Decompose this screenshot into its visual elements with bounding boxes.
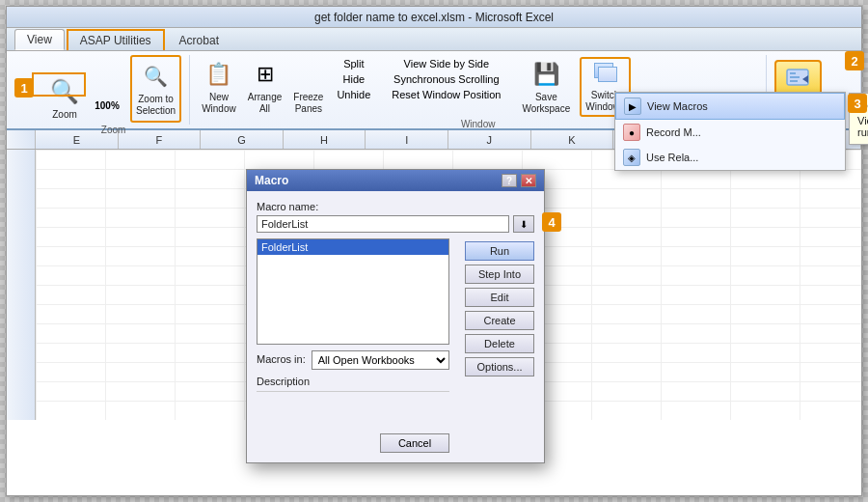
macro-name-collapse-button[interactable]: ⬇ [513, 215, 534, 233]
col-header-f: F [119, 130, 202, 149]
svg-rect-1 [790, 72, 796, 74]
hide-button[interactable]: Hide [333, 72, 374, 86]
col-header-g: G [201, 130, 284, 149]
save-workspace-button[interactable]: 💾 SaveWorkspace [518, 57, 574, 117]
macros-dropdown: ▶ View Macros 3 ● Record M... ◈ Use Rela… [614, 92, 846, 171]
arrange-all-button[interactable]: ⊞ ArrangeAll [244, 57, 286, 117]
run-button[interactable]: Run [465, 241, 534, 261]
save-workspace-icon: 💾 [530, 59, 561, 90]
macro-action-buttons: Run Step Into Edit Create Delete Options… [465, 241, 534, 376]
zoom-100-icon: 100% [92, 90, 122, 121]
cancel-row: Cancel [257, 430, 449, 453]
title-bar: get folder name to excel.xlsm - Microsof… [7, 7, 861, 28]
macro-name-input[interactable] [257, 215, 509, 233]
step-into-button[interactable]: Step Into [465, 265, 534, 284]
tab-acrobat[interactable]: Acrobat [167, 30, 231, 50]
view-macros-icon: ▶ [624, 98, 641, 115]
cancel-button[interactable]: Cancel [380, 433, 449, 453]
zoom-100-button[interactable]: 100% [88, 88, 126, 123]
arrange-all-icon: ⊞ [250, 59, 281, 90]
description-label: Description [257, 376, 534, 387]
freeze-panes-label: FreezePanes [293, 92, 323, 115]
macro-list-item-folderlist[interactable]: FolderList [258, 239, 448, 255]
macro-name-row: ⬇ [257, 215, 534, 233]
zoom-selection-icon: 🔍 [141, 61, 172, 92]
dialog-help-button[interactable]: ? [502, 174, 517, 187]
reset-window-label: Reset Window Position [392, 89, 501, 100]
dialog-body: Macro name: ⬇ Run Step Into Edit Create … [247, 191, 544, 462]
window-group-label: Window [461, 119, 496, 129]
save-workspace-label: SaveWorkspace [522, 92, 570, 115]
use-relative-label: Use Rela... [646, 152, 837, 163]
view-side-by-side-button[interactable]: View Side by Side [388, 57, 504, 70]
view-macros-item[interactable]: ▶ View Macros 3 [615, 93, 845, 120]
row-headers [7, 150, 36, 420]
col-header-h: H [284, 130, 366, 149]
svg-rect-2 [790, 76, 800, 78]
create-button[interactable]: Create [465, 311, 534, 330]
col-header-j: J [448, 130, 531, 149]
unhide-button[interactable]: Unhide [333, 88, 374, 101]
tab-asap-label: ASAP Utilities [80, 34, 151, 47]
options-button[interactable]: Options... [465, 357, 534, 376]
row-header-corner [7, 130, 36, 149]
use-relative-icon: ◈ [623, 149, 640, 166]
switch-windows-icon [592, 61, 619, 88]
zoom-selection-label: Zoom toSelection [136, 94, 176, 117]
zoom-label: Zoom [52, 109, 77, 121]
zoom-icon: 🔍 [49, 76, 80, 107]
tab-asap-utilities[interactable]: ASAP Utilities [67, 29, 165, 50]
edit-button[interactable]: Edit [465, 288, 534, 307]
hide-label: Hide [343, 73, 366, 85]
window-title: get folder name to excel.xlsm - Microsof… [314, 11, 554, 24]
view-side-label: View Side by Side [404, 58, 489, 70]
record-macro-item[interactable]: ● Record M... [615, 120, 845, 145]
sync-scroll-label: Synchronous Scrolling [393, 73, 499, 85]
unhide-label: Unhide [337, 89, 370, 100]
record-macro-label: Record M... [646, 126, 837, 138]
use-relative-item[interactable]: ◈ Use Rela... [615, 145, 845, 170]
macro-list[interactable]: FolderList [257, 238, 449, 345]
zoom-group-items: 🔍 Zoom 100% 🔍 Zoom toSelection [45, 55, 181, 123]
macro-item-label: FolderList [261, 241, 308, 253]
view-macros-label: View Macros [647, 100, 830, 112]
macros-in-label: Macros in: [257, 353, 306, 365]
svg-rect-3 [790, 80, 798, 82]
ribbon-group-zoom: 🔍 Zoom 100% 🔍 Zoom toSelection Zoom [7, 55, 190, 125]
dialog-title: Macro [255, 174, 288, 187]
tooltip-text: View the list of ma you can run, create [857, 115, 868, 138]
split-button[interactable]: Split [333, 57, 374, 70]
freeze-panes-icon [295, 63, 322, 90]
new-window-button[interactable]: 📋 NewWindow [198, 57, 240, 117]
split-label: Split [343, 58, 364, 70]
macro-name-label: Macro name: [257, 201, 534, 212]
col-header-i: I [366, 130, 448, 149]
zoom-button[interactable]: 🔍 Zoom [45, 74, 84, 123]
dialog-close-button[interactable]: ✕ [521, 174, 536, 187]
macros-in-row: Macros in: All Open Workbooks [257, 350, 449, 370]
step-2-label: 2 [845, 51, 864, 70]
delete-button[interactable]: Delete [465, 334, 534, 353]
ribbon-tabs: View ASAP Utilities Acrobat [7, 28, 861, 51]
dialog-title-bar: Macro ? ✕ [247, 170, 544, 191]
synchronous-scrolling-button[interactable]: Synchronous Scrolling [388, 72, 504, 86]
macros-icon [783, 64, 814, 95]
reset-window-position-button[interactable]: Reset Window Position [388, 88, 504, 101]
dialog-title-controls: ? ✕ [502, 174, 536, 187]
macro-dialog[interactable]: Macro ? ✕ Macro name: ⬇ [246, 169, 545, 463]
record-macro-icon: ● [623, 124, 640, 141]
new-window-label: NewWindow [202, 92, 236, 115]
tab-view[interactable]: View [14, 29, 65, 50]
arrange-all-label: ArrangeAll [248, 92, 283, 115]
freeze-panes-button[interactable]: FreezePanes [289, 57, 327, 117]
zoom-group-label: Zoom [101, 125, 126, 135]
zoom-to-selection-button[interactable]: 🔍 Zoom toSelection [130, 55, 181, 123]
new-window-icon: 📋 [203, 59, 234, 90]
step-4-label: 4 [542, 212, 561, 232]
col-header-k: K [531, 130, 614, 149]
step-3-label: 3 [848, 94, 867, 113]
macros-in-select[interactable]: All Open Workbooks [312, 350, 449, 370]
step-1-label: 1 [14, 78, 34, 98]
